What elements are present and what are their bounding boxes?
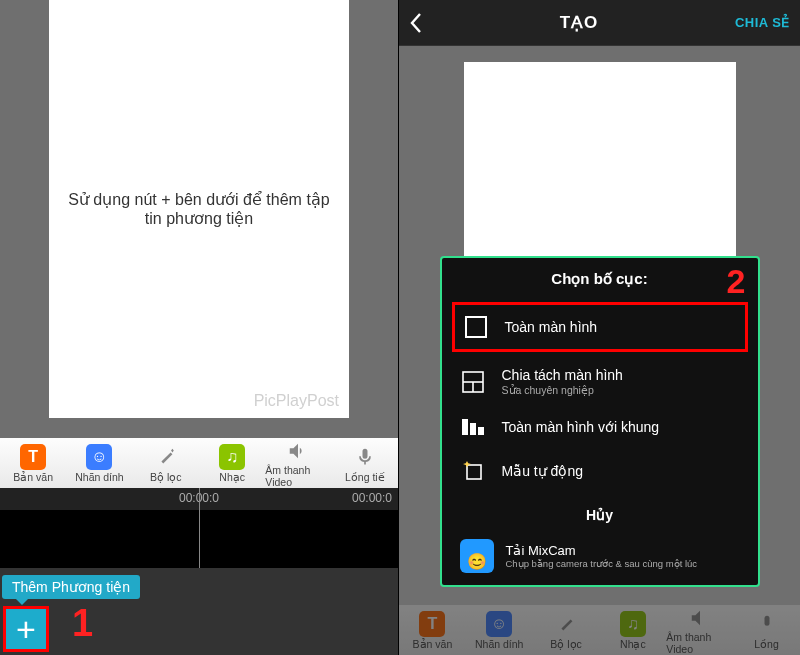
svg-rect-6 (478, 427, 484, 435)
layout-option-framed[interactable]: Toàn màn hình với khung (442, 405, 758, 449)
svg-rect-5 (470, 423, 476, 435)
toolbar-item-label: Nhãn dính (475, 638, 523, 650)
framed-layout-icon (460, 414, 486, 440)
playhead-line (199, 510, 200, 568)
toolbar-item-label: Bộ lọc (550, 638, 582, 650)
toolbar-voiceover-button[interactable]: Lồng tiế (332, 438, 398, 488)
speaker-icon (285, 438, 311, 463)
add-media-row: Thêm Phương tiện + 1 (0, 568, 398, 655)
toolbar-item-label: Lồng (754, 638, 779, 650)
toolbar-item-label: Bản văn (413, 638, 453, 650)
svg-rect-7 (467, 465, 481, 479)
dialog-title: Chọn bố cục: (442, 270, 758, 288)
right-screen: TẠO CHIA SẺ Chọn bố cục: 2 Toàn màn hình (399, 0, 800, 655)
plus-icon: + (16, 610, 36, 649)
toolbar-music-button: ♫ Nhạc (599, 605, 666, 655)
layout-option-fullscreen[interactable]: Toàn màn hình (452, 302, 748, 352)
speaker-icon (687, 605, 713, 630)
toolbar-item-label: Nhãn dính (75, 471, 123, 483)
toolbar-filter-button[interactable]: Bộ lọc (133, 438, 199, 488)
dialog-overlay: Chọn bố cục: 2 Toàn màn hình Chia tách m… (399, 46, 800, 605)
right-preview-area: Chọn bố cục: 2 Toàn màn hình Chia tách m… (399, 46, 800, 605)
toolbar-sticker-button: ☺ Nhãn dính (466, 605, 533, 655)
preview-area: Sử dụng nút + bên dưới để thêm tập tin p… (0, 0, 398, 438)
toolbar-item-label: Nhạc (620, 638, 646, 650)
toolbar-item-label: Nhạc (219, 471, 245, 483)
microphone-icon (352, 444, 378, 470)
layout-option-label: Mẫu tự động (502, 463, 583, 479)
mixcam-app-icon: 😊 (460, 539, 494, 573)
toolbar-item-label: Âm thanh Video (666, 631, 733, 655)
create-header: TẠO CHIA SẺ (399, 0, 800, 46)
toolbar-voiceover-button: Lồng (733, 605, 800, 655)
preview-canvas: Sử dụng nút + bên dưới để thêm tập tin p… (49, 0, 349, 418)
toolbar-text-button[interactable]: T Bản văn (0, 438, 66, 488)
toolbar-text-button: T Bản văn (399, 605, 466, 655)
toolbar-item-label: Âm thanh Video (265, 464, 331, 488)
toolbar-music-button[interactable]: ♫ Nhạc (199, 438, 265, 488)
layout-option-label: Chia tách màn hình (502, 367, 623, 383)
layout-option-split[interactable]: Chia tách màn hình Sửa chuyên nghiệp (442, 358, 758, 405)
timeline-time-end: 00:00:0 (352, 491, 392, 505)
page-title: TẠO (560, 12, 599, 33)
music-note-icon: ♫ (219, 444, 245, 470)
dialog-cancel-button[interactable]: Hủy (442, 493, 758, 533)
timeline-track[interactable] (0, 510, 398, 568)
layout-dialog: Chọn bố cục: 2 Toàn màn hình Chia tách m… (440, 256, 760, 587)
toolbar-item-label: Bộ lọc (150, 471, 182, 483)
toolbar-item-label: Lồng tiế (345, 471, 385, 483)
timeline-time-start: 00:00:0 (179, 491, 219, 505)
sticker-icon: ☺ (486, 611, 512, 637)
layout-option-label: Toàn màn hình với khung (502, 419, 660, 435)
layout-option-label: Toàn màn hình (505, 319, 598, 335)
auto-template-icon (460, 458, 486, 484)
annotation-step-1: 1 (72, 602, 93, 645)
sticker-icon: ☺ (86, 444, 112, 470)
magic-wand-icon (153, 444, 179, 470)
toolbar-item-label: Bản văn (13, 471, 53, 483)
split-screen-icon (460, 369, 486, 395)
mixcam-promo[interactable]: 😊 Tải MixCam Chụp bằng camera trước & sa… (442, 533, 758, 579)
left-screen: Sử dụng nút + bên dưới để thêm tập tin p… (0, 0, 399, 655)
text-icon: T (20, 444, 46, 470)
watermark-text: PicPlayPost (254, 392, 339, 410)
svg-rect-4 (462, 419, 468, 435)
svg-rect-0 (466, 317, 486, 337)
editor-toolbar: T Bản văn ☺ Nhãn dính Bộ lọc ♫ Nhạc Âm t… (0, 438, 398, 488)
preview-hint-text: Sử dụng nút + bên dưới để thêm tập tin p… (64, 190, 334, 228)
mixcam-title: Tải MixCam (506, 543, 698, 558)
toolbar-filter-button: Bộ lọc (533, 605, 600, 655)
annotation-step-2: 2 (727, 262, 746, 301)
toolbar-video-sound-button[interactable]: Âm thanh Video (265, 438, 331, 488)
toolbar-video-sound-button: Âm thanh Video (666, 605, 733, 655)
microphone-icon (754, 611, 780, 637)
music-note-icon: ♫ (620, 611, 646, 637)
add-media-tooltip: Thêm Phương tiện (2, 575, 140, 599)
editor-toolbar-disabled: T Bản văn ☺ Nhãn dính Bộ lọc ♫ Nhạc Âm t… (399, 605, 800, 655)
add-media-button[interactable]: + (3, 606, 49, 652)
back-button[interactable] (409, 12, 423, 34)
layout-option-sublabel: Sửa chuyên nghiệp (502, 384, 623, 396)
share-button[interactable]: CHIA SẺ (735, 15, 790, 30)
toolbar-sticker-button[interactable]: ☺ Nhãn dính (66, 438, 132, 488)
text-icon: T (419, 611, 445, 637)
mixcam-subtitle: Chụp bằng camera trước & sau cùng một lú… (506, 558, 698, 569)
magic-wand-icon (553, 611, 579, 637)
layout-option-auto[interactable]: Mẫu tự động (442, 449, 758, 493)
fullscreen-icon (463, 314, 489, 340)
timeline-ruler[interactable]: 00:00:0 00:00:0 (0, 488, 398, 510)
